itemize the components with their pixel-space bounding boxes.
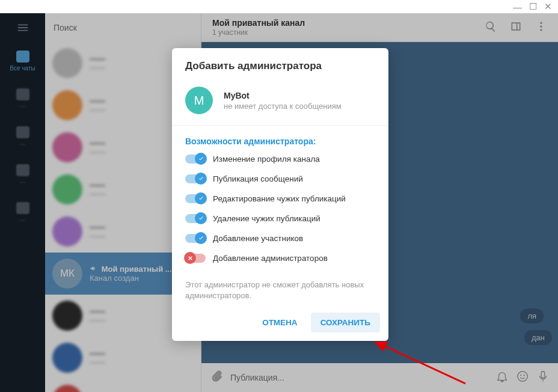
permission-toggle[interactable] bbox=[185, 214, 206, 223]
permission-toggle[interactable] bbox=[185, 174, 206, 183]
permission-row: Удаление чужих публикаций bbox=[185, 214, 375, 223]
permission-label: Редактирование чужих публикаций bbox=[213, 194, 346, 203]
modal-note: Этот администратор не сможет добавлять н… bbox=[172, 280, 388, 307]
permission-toggle[interactable] bbox=[185, 155, 206, 164]
user-subtitle: не имеет доступа к сообщениям bbox=[224, 102, 342, 111]
section-title: Возможности администратора: bbox=[185, 136, 375, 146]
permission-row: Добавление участников bbox=[185, 234, 375, 243]
permission-row: Изменение профиля канала bbox=[185, 155, 375, 164]
modal-user-row[interactable]: М MyBot не имеет доступа к сообщениям bbox=[172, 78, 388, 125]
permission-label: Публикация сообщений bbox=[213, 174, 303, 183]
permission-toggle[interactable] bbox=[185, 254, 206, 263]
permission-label: Удаление чужих публикаций bbox=[213, 214, 320, 223]
minimize-icon[interactable]: — bbox=[513, 2, 522, 12]
maximize-icon[interactable]: ☐ bbox=[529, 1, 537, 12]
add-admin-modal: Добавить администратора М MyBot не имеет… bbox=[172, 48, 388, 341]
cancel-button[interactable]: ОТМЕНА bbox=[253, 313, 307, 332]
permission-row: Редактирование чужих публикаций bbox=[185, 194, 375, 203]
permission-row: Публикация сообщений bbox=[185, 174, 375, 183]
user-name: MyBot bbox=[224, 91, 342, 100]
permission-row: Добавление администраторов bbox=[185, 254, 375, 263]
window-controls: — ☐ ✕ bbox=[0, 0, 558, 13]
close-icon[interactable]: ✕ bbox=[544, 1, 552, 12]
save-button[interactable]: СОХРАНИТЬ bbox=[311, 313, 380, 332]
permission-label: Добавление администраторов bbox=[213, 254, 328, 263]
permission-toggle[interactable] bbox=[185, 234, 206, 243]
modal-title: Добавить администратора bbox=[185, 60, 375, 72]
avatar: М bbox=[185, 87, 213, 114]
permission-label: Добавление участников bbox=[213, 234, 303, 243]
permission-toggle[interactable] bbox=[185, 194, 206, 203]
permission-label: Изменение профиля канала bbox=[213, 155, 320, 164]
